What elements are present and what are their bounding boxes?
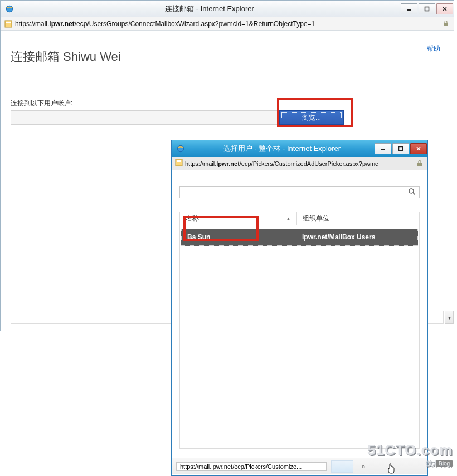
picker-maximize-button[interactable]: [392, 143, 409, 154]
svg-rect-13: [176, 159, 182, 166]
picker-title: 选择用户 - 整个林 - Internet Explorer: [189, 144, 375, 154]
search-box: [179, 186, 420, 198]
close-button[interactable]: [436, 3, 453, 14]
user-account-row: 浏览...: [11, 110, 344, 125]
sort-asc-icon: ▲: [286, 216, 291, 222]
svg-rect-6: [6, 22, 11, 23]
lock-icon: [443, 20, 450, 28]
picker-address-url[interactable]: https://mail.lpwr.net/ecp/Pickers/Custom…: [185, 160, 414, 167]
address-bar[interactable]: https://mail.lpwr.net/ecp/UsersGroups/Co…: [1, 17, 454, 31]
picker-status-bar: https://mail.lpwr.net/ecp/Pickers/Custom…: [172, 458, 427, 474]
status-text: https://mail.lpwr.net/ecp/Pickers/Custom…: [176, 462, 327, 471]
user-table: 名称 ▲ 组织单位 Ba Sun lpwr.net/MailBox Users: [179, 212, 420, 449]
svg-rect-10: [399, 147, 403, 151]
picker-close-button[interactable]: [410, 143, 427, 154]
svg-rect-5: [5, 21, 12, 27]
column-header-name[interactable]: 名称 ▲: [180, 212, 297, 225]
search-icon: [408, 188, 416, 197]
picker-minimize-button[interactable]: [375, 143, 391, 154]
page-favicon-icon: [4, 19, 13, 28]
cell-name: Ba Sun: [182, 233, 296, 241]
column-header-ou[interactable]: 组织单位: [297, 212, 419, 225]
user-account-label: 连接到以下用户帐户:: [11, 99, 444, 108]
maximize-button[interactable]: [419, 3, 435, 14]
search-button[interactable]: [405, 187, 419, 198]
ie-icon: [176, 144, 185, 153]
help-link[interactable]: 帮助: [427, 44, 440, 53]
status-button[interactable]: [331, 460, 353, 473]
svg-point-16: [409, 189, 414, 193]
status-chevron-icon[interactable]: »: [358, 460, 369, 473]
svg-rect-2: [425, 7, 429, 11]
svg-rect-7: [444, 23, 448, 26]
picker-address-bar[interactable]: https://mail.lpwr.net/ecp/Pickers/Custom…: [172, 157, 427, 170]
page-title: 连接邮箱 Shiwu Wei: [11, 48, 444, 65]
lock-icon: [416, 160, 424, 168]
table-row[interactable]: Ba Sun lpwr.net/MailBox Users: [181, 229, 418, 246]
picker-titlebar: 选择用户 - 整个林 - Internet Explorer: [172, 140, 427, 157]
table-header: 名称 ▲ 组织单位: [180, 212, 419, 225]
svg-line-17: [413, 193, 415, 195]
page-favicon-icon: [175, 159, 183, 168]
table-empty-area: [180, 248, 419, 448]
svg-rect-14: [177, 160, 181, 162]
window-controls: [401, 3, 453, 14]
picker-content: 名称 ▲ 组织单位 Ba Sun lpwr.net/MailBox Users: [172, 170, 427, 458]
svg-rect-15: [417, 163, 422, 166]
ie-icon: [5, 4, 14, 13]
search-input[interactable]: [180, 188, 405, 196]
dropdown-chevron-icon[interactable]: ▾: [445, 311, 454, 324]
browse-button[interactable]: 浏览...: [279, 110, 344, 125]
picker-window: 选择用户 - 整个林 - Internet Explorer https://m…: [171, 140, 428, 476]
cell-ou: lpwr.net/MailBox Users: [296, 233, 417, 241]
address-url[interactable]: https://mail.lpwr.net/ecp/UsersGroups/Co…: [15, 20, 440, 28]
main-titlebar: 连接邮箱 - Internet Explorer: [1, 1, 454, 17]
main-title: 连接邮箱 - Internet Explorer: [18, 4, 401, 14]
picker-window-controls: [375, 143, 427, 154]
minimize-button[interactable]: [401, 3, 417, 14]
user-account-input[interactable]: [11, 110, 279, 125]
